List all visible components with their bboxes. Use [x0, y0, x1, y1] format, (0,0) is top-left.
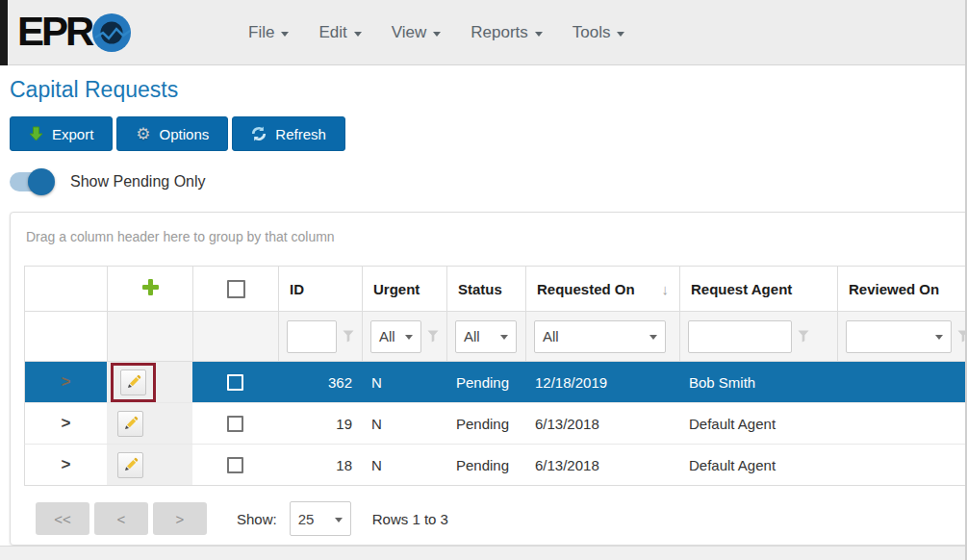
- edit-button-focus-ring: [111, 363, 156, 402]
- request-agent-filter-input[interactable]: [688, 320, 792, 353]
- cell-status: Pending: [446, 403, 525, 445]
- header-requested-on-label: Requested On: [537, 281, 635, 297]
- checkbox-icon: [227, 457, 243, 473]
- toolbar: Export ⚙ Options Refresh: [10, 116, 345, 151]
- page-size-select[interactable]: 25: [290, 501, 351, 536]
- row-checkbox[interactable]: [192, 445, 278, 486]
- id-filter-input[interactable]: [287, 320, 337, 353]
- pager-next-button[interactable]: >: [153, 502, 207, 535]
- reviewed-on-filter-select[interactable]: [846, 320, 952, 353]
- header-request-agent[interactable]: Request Agent: [679, 266, 837, 312]
- cell-reviewed-on: [837, 362, 967, 403]
- menu-view[interactable]: View: [392, 23, 442, 42]
- refresh-icon: [251, 126, 267, 141]
- pager-first-button[interactable]: <<: [36, 502, 89, 535]
- cell-urgent: N: [362, 362, 446, 403]
- chevron-down-icon: [617, 32, 624, 37]
- cell-status: Pending: [446, 362, 525, 403]
- cell-id: 18: [278, 445, 362, 486]
- row-edit-cell: [107, 445, 192, 486]
- group-by-hint[interactable]: Drag a column header here to group by th…: [26, 229, 335, 244]
- status-filter-value: All: [464, 328, 480, 344]
- show-pending-toggle[interactable]: [10, 172, 53, 191]
- menu-edit[interactable]: Edit: [318, 23, 361, 42]
- add-plus-icon: [142, 279, 159, 295]
- menu-file[interactable]: File: [248, 23, 289, 42]
- cell-urgent: N: [362, 403, 446, 445]
- filter-funnel-icon[interactable]: [798, 330, 809, 343]
- header-urgent[interactable]: Urgent: [362, 266, 446, 312]
- pending-toggle-row: Show Pending Only: [10, 172, 206, 191]
- cell-status: Pending: [446, 445, 525, 486]
- chevron-down-icon: [535, 32, 543, 37]
- menu-tools-label: Tools: [573, 23, 611, 42]
- filter-id-cell: [278, 312, 362, 362]
- filter-edit-cell: [107, 312, 192, 362]
- row-expand-cell[interactable]: >: [24, 362, 107, 403]
- header-requested-on[interactable]: Requested On ↓: [525, 266, 679, 312]
- chevron-down-icon: [649, 335, 657, 340]
- cell-request-agent: Default Agent: [679, 403, 837, 445]
- urgent-filter-select[interactable]: All: [370, 320, 421, 353]
- cell-requested-on: 12/18/2019: [525, 362, 679, 403]
- row-expand-cell[interactable]: >: [24, 403, 107, 445]
- options-button[interactable]: ⚙ Options: [116, 116, 228, 151]
- toggle-knob-icon: [28, 168, 55, 195]
- header-row: ID Urgent Status Requested On ↓ Request …: [24, 266, 967, 312]
- filter-funnel-icon[interactable]: [343, 330, 354, 343]
- cell-reviewed-on: [837, 403, 967, 445]
- refresh-button[interactable]: Refresh: [232, 116, 345, 151]
- grid-row[interactable]: > 18 N Pending 6/13/: [24, 445, 967, 486]
- row-expand-cell[interactable]: >: [24, 445, 107, 486]
- header-reviewed-on[interactable]: Reviewed On: [837, 266, 967, 312]
- filter-requested-on-cell: All: [525, 312, 679, 362]
- grid-panel: Drag a column header here to group by th…: [10, 212, 967, 546]
- add-row-button[interactable]: [107, 266, 192, 312]
- status-filter-select[interactable]: All: [455, 320, 517, 353]
- expand-chevron-icon: >: [62, 455, 71, 473]
- edit-row-button[interactable]: [120, 369, 146, 395]
- chevron-down-icon: [281, 32, 289, 37]
- filter-expand-cell: [24, 312, 107, 362]
- menu-view-label: View: [392, 23, 427, 42]
- edit-row-button[interactable]: [117, 452, 143, 478]
- filter-funnel-icon[interactable]: [427, 330, 439, 343]
- header-id[interactable]: ID: [278, 266, 362, 312]
- urgent-filter-value: All: [379, 328, 395, 344]
- grid-row[interactable]: > 362: [24, 362, 967, 403]
- row-checkbox[interactable]: [192, 403, 278, 445]
- filter-request-agent-cell: [679, 312, 837, 362]
- rows-info: Rows 1 to 3: [372, 511, 448, 527]
- cell-id: 19: [278, 403, 362, 445]
- page-title: Capital Requests: [10, 77, 178, 103]
- edit-row-button[interactable]: [117, 411, 143, 437]
- menu-tools[interactable]: Tools: [573, 23, 625, 42]
- pencil-icon: [126, 374, 141, 390]
- menu-reports[interactable]: Reports: [471, 23, 543, 42]
- cell-requested-on: 6/13/2018: [525, 403, 679, 445]
- refresh-button-label: Refresh: [275, 126, 326, 142]
- filter-checkbox-cell: [192, 312, 278, 362]
- row-checkbox[interactable]: [192, 362, 278, 403]
- checkbox-icon: [227, 416, 243, 432]
- header-status[interactable]: Status: [446, 266, 525, 312]
- select-all-checkbox[interactable]: [192, 266, 278, 312]
- grid-row[interactable]: > 19 N Pending 6/13/: [24, 403, 967, 445]
- row-edit-cell: [107, 403, 192, 445]
- export-button[interactable]: Export: [10, 116, 113, 151]
- page-size-label: Show:: [237, 511, 277, 527]
- logo-text: EPR: [17, 10, 91, 54]
- cell-requested-on: 6/13/2018: [525, 445, 679, 486]
- chevron-down-icon: [433, 32, 441, 37]
- pencil-icon: [123, 457, 139, 472]
- export-download-icon: [29, 126, 43, 141]
- filter-status-cell: All: [446, 312, 525, 362]
- chevron-down-icon: [500, 335, 508, 340]
- filter-urgent-cell: All: [362, 312, 446, 362]
- checkbox-icon: [227, 374, 243, 391]
- cell-id: 362: [278, 362, 362, 403]
- top-bar: EPR File Edit View Reports: [0, 0, 967, 65]
- menu-file-label: File: [248, 23, 274, 42]
- pager-prev-button[interactable]: <: [94, 502, 148, 535]
- requested-on-filter-select[interactable]: All: [534, 320, 666, 353]
